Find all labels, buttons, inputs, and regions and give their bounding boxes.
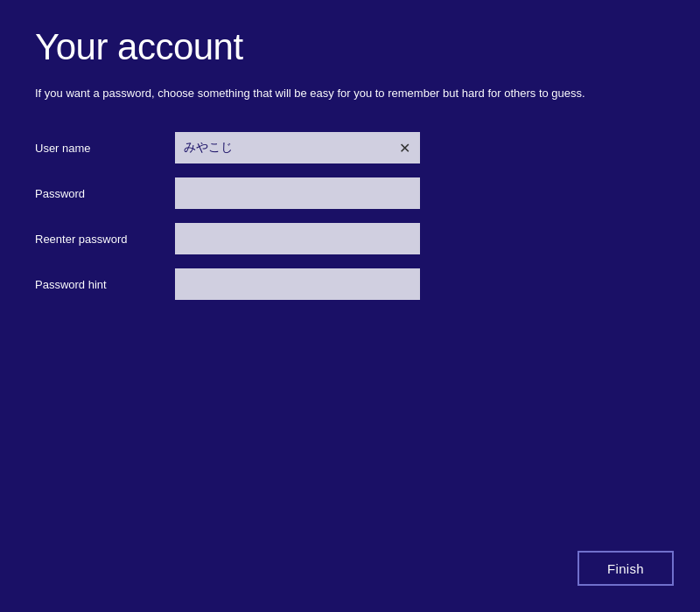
password-hint-label: Password hint [35, 278, 175, 291]
form-container: User name ✕ Password Reenter password Pa… [35, 132, 665, 300]
page-title: Your account [35, 26, 665, 68]
password-hint-input[interactable] [175, 268, 420, 300]
subtitle: If you want a password, choose something… [35, 86, 665, 101]
username-row: User name ✕ [35, 132, 665, 163]
password-input-wrapper [175, 177, 420, 209]
reenter-password-label: Reenter password [35, 233, 175, 246]
finish-button[interactable]: Finish [578, 551, 674, 586]
hint-input-wrapper [175, 268, 420, 300]
reenter-password-row: Reenter password [35, 223, 665, 254]
password-row: Password [35, 177, 665, 209]
username-input-wrapper: ✕ [175, 132, 420, 163]
reenter-input-wrapper [175, 223, 420, 254]
username-clear-button[interactable]: ✕ [388, 132, 420, 163]
password-hint-row: Password hint [35, 268, 665, 300]
reenter-password-input[interactable] [175, 223, 420, 254]
username-label: User name [35, 142, 175, 155]
password-input[interactable] [175, 177, 420, 209]
page-container: Your account If you want a password, cho… [0, 0, 700, 612]
password-label: Password [35, 187, 175, 200]
username-input[interactable] [175, 132, 420, 163]
